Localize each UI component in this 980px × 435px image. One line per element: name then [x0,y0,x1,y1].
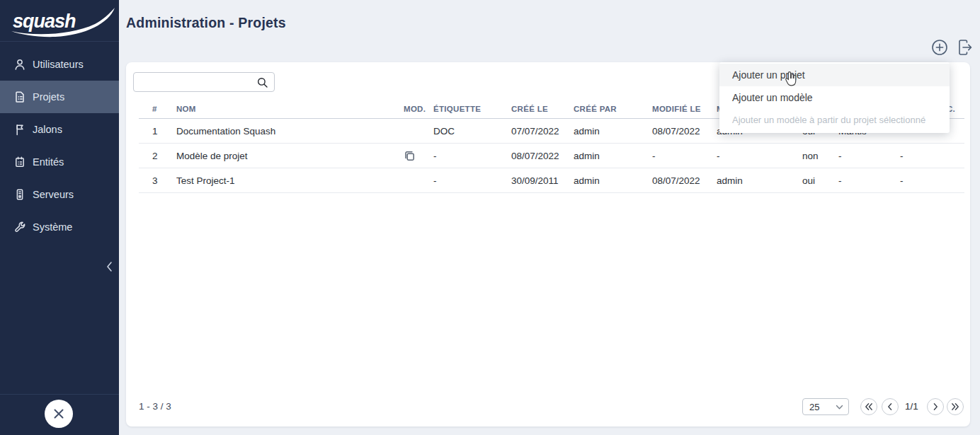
sidebar-item-serveurs[interactable]: Serveurs [0,178,119,211]
menu-item-ajouter-projet[interactable]: Ajouter un projet [719,64,950,86]
cell-actif: non [802,144,819,168]
sidebar-nav: Utilisateurs Projets [0,48,119,243]
sidebar-item-jalons[interactable]: Jalons [0,113,119,146]
menu-item-ajouter-modele[interactable]: Ajouter un modèle [719,86,950,109]
cell-cree-par: admin [574,144,600,168]
next-page-icon [931,402,940,411]
sidebar-collapse-button[interactable] [102,259,118,274]
cell-modifie-par: - [717,144,720,168]
result-range: 1 - 3 / 3 [139,396,171,417]
page-indicator: 1/1 [905,396,918,417]
close-admin-button[interactable] [45,400,73,428]
logo-text: squash [13,11,76,32]
next-page-button[interactable] [927,398,944,415]
cell-etiquette: - [433,144,437,168]
export-icon [956,38,974,57]
project-icon [13,90,27,104]
cell-modifie-le: - [652,144,656,168]
squash-logo[interactable]: squash [0,0,119,41]
first-page-icon [865,402,873,411]
sidebar-item-entites[interactable]: Entités [0,146,119,178]
cell-cree-le: 07/07/2022 [511,119,559,144]
menu-item-ajouter-modele-depuis-projet: Ajouter un modèle à partir du projet sél… [719,109,950,132]
cell-cree-le: 08/07/2022 [511,144,559,168]
cell-nom[interactable]: Modèle de projet [176,144,248,168]
prev-page-button[interactable] [882,398,899,415]
header-mod[interactable]: MOD. [404,99,426,119]
cell-sync: - [900,144,904,168]
cell-modifie-le: 08/07/2022 [652,168,700,193]
cell-actif: oui [802,168,815,193]
table-row[interactable]: 3 Test Project-1 - 30/09/2011 admin 08/0… [139,168,964,193]
cell-modifie-le: 08/07/2022 [652,119,700,144]
header-cree-par[interactable]: CRÉÉ PAR [574,99,617,119]
page-size-value: 25 [809,402,819,412]
page-size-select[interactable]: 25 [802,398,849,415]
sidebar-item-systeme[interactable]: Système [0,211,119,243]
sidebar-item-utilisateurs[interactable]: Utilisateurs [0,48,119,81]
entity-icon [13,155,27,169]
cell-num: 1 [152,119,158,144]
app-window: squash Utilisateurs [0,0,980,435]
cell-nom[interactable]: Test Project-1 [176,168,235,193]
sidebar-item-label: Entités [33,156,64,168]
sidebar-item-projets[interactable]: Projets [0,81,119,113]
close-icon [52,407,65,420]
cell-cree-par: admin [574,119,600,144]
search-box [133,72,275,92]
search-icon [256,76,268,88]
header-cree-le[interactable]: CRÉÉ LE [511,99,548,119]
header-etiquette[interactable]: ÉTIQUETTE [433,99,481,119]
export-button[interactable] [956,38,974,57]
chevron-left-icon [102,259,118,274]
sidebar: squash Utilisateurs [0,0,119,435]
sidebar-divider [0,41,119,42]
wrench-icon [13,220,27,234]
sidebar-item-label: Serveurs [33,189,74,200]
page-title: Administration - Projets [126,15,286,31]
plus-circle-icon [930,38,949,57]
cell-bugtracker: - [838,144,842,168]
chevron-down-icon [836,405,843,410]
sidebar-item-label: Projets [33,91,64,103]
server-icon [13,187,27,202]
sidebar-item-label: Utilisateurs [33,59,84,70]
sidebar-item-label: Jalons [33,124,62,135]
header-modifie-le[interactable]: MODIFIÉ LE [652,99,701,119]
flag-icon [13,122,27,137]
last-page-button[interactable] [947,398,964,415]
last-page-icon [951,402,959,411]
cell-etiquette: DOC [433,119,455,144]
user-icon [13,57,27,71]
cell-modifie-par: admin [717,168,743,193]
cell-cree-par: admin [574,168,600,193]
template-icon [404,150,416,162]
cell-cree-le: 30/09/2011 [511,168,559,193]
header-nom[interactable]: NOM [176,99,196,119]
table-footer: 1 - 3 / 3 25 [126,396,970,417]
prev-page-icon [886,402,894,411]
squash-logo-graphic: squash [4,4,118,40]
sidebar-divider [0,394,119,395]
cell-num: 3 [152,168,158,193]
search-input[interactable] [139,74,253,91]
add-button[interactable] [930,38,949,57]
cell-num: 2 [152,144,158,168]
first-page-button[interactable] [860,398,877,415]
sidebar-item-label: Système [33,221,72,233]
cell-nom[interactable]: Documentation Squash [176,119,275,144]
cell-sync: - [900,168,904,193]
table-row[interactable]: 2 Modèle de projet - 08/07/2022 admin - … [139,144,964,168]
header-num[interactable]: # [152,99,157,119]
add-menu: Ajouter un projet Ajouter un modèle Ajou… [719,62,950,133]
cell-bugtracker: - [838,168,842,193]
cell-etiquette: - [433,168,437,193]
